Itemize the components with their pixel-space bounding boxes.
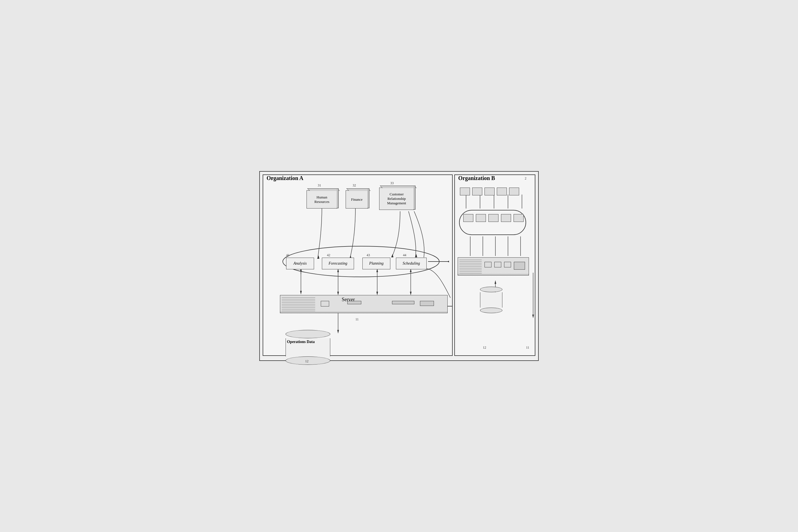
- org-b-cylinder: [480, 287, 502, 313]
- ref-12-b: 12: [483, 345, 486, 350]
- org-b-server-stripe: [459, 259, 482, 273]
- org-b-cylinder-top: [480, 287, 502, 292]
- ref-12-a: 12: [305, 359, 308, 363]
- scheduling-label: Scheduling: [403, 261, 420, 266]
- ref-32: 32: [352, 183, 356, 188]
- org-b-server-ind3: [504, 262, 511, 267]
- svg-marker-4: [391, 254, 394, 257]
- human-resources-label: HumanResources: [314, 195, 329, 204]
- org-b-cylinder-body: [480, 292, 502, 308]
- ref-41: 41: [286, 253, 289, 257]
- svg-marker-2: [317, 255, 319, 259]
- org-b-server: [458, 257, 529, 276]
- org-b-cluster-2: [476, 214, 486, 222]
- svg-marker-6: [447, 261, 449, 262]
- org-b-cylinder-bottom: [480, 308, 502, 313]
- server-hatch: [280, 311, 447, 313]
- org-b-terminal-2: [472, 188, 482, 195]
- ops-data-label: Operations Data: [287, 340, 315, 344]
- crm-box: CustomerRelationshipManagement: [379, 188, 414, 210]
- svg-marker-40: [532, 315, 534, 318]
- org-b-cluster-3: [488, 214, 498, 222]
- ref-31: 31: [318, 183, 321, 188]
- org-b-terminal-5: [509, 188, 519, 195]
- ref-42: 42: [327, 253, 330, 257]
- org-b-ring: [459, 210, 526, 235]
- org-b-title: Organization B: [455, 173, 498, 183]
- svg-marker-5: [415, 254, 417, 257]
- org-b-server-hatch: [458, 274, 529, 275]
- planning-box: Planning: [362, 258, 390, 269]
- org-b-terminal-1: [460, 188, 470, 195]
- org-b-terminal-4: [497, 188, 507, 195]
- org-b-cluster-5: [513, 214, 524, 222]
- human-resources-box: HumanResources: [307, 190, 337, 209]
- finance-box: Finance: [346, 190, 368, 209]
- server-indicator1: [321, 301, 329, 306]
- diagram-container: Organization A 1: [259, 171, 539, 361]
- server-indicator4: [420, 301, 434, 306]
- forecasting-label: Forecasting: [329, 261, 347, 266]
- ref-33: 33: [390, 181, 394, 185]
- server-indicator3: [392, 301, 414, 304]
- org-b-terminal-3: [485, 188, 494, 195]
- analysis-label: Analysis: [293, 261, 307, 266]
- analysis-box: Analysis: [286, 258, 314, 269]
- org-b-server-ind2: [494, 262, 501, 267]
- svg-marker-9: [300, 291, 302, 294]
- org-a-title: Organization A: [263, 173, 307, 183]
- org-a-box: Organization A 1: [262, 174, 453, 356]
- ref-1: 1: [272, 176, 273, 180]
- org-b-server-ind4: [514, 262, 525, 270]
- svg-marker-21: [337, 330, 339, 334]
- ref-11-b: 11: [526, 345, 529, 350]
- server-stripe: [282, 297, 315, 311]
- ref-11-a: 11: [356, 317, 359, 322]
- planning-label: Planning: [369, 261, 383, 266]
- org-b-cluster-1: [463, 214, 473, 222]
- ref-44: 44: [403, 253, 406, 257]
- forecasting-box: Forecasting: [322, 258, 354, 269]
- ref-43: 43: [367, 253, 370, 257]
- org-b-box: Organization B 2: [454, 174, 536, 356]
- scheduling-box: Scheduling: [396, 258, 427, 269]
- server-box: Server: [280, 295, 448, 313]
- finance-label: Finance: [351, 197, 362, 202]
- org-b-server-ind1: [485, 262, 491, 267]
- svg-marker-38: [494, 280, 496, 284]
- ref-2: 2: [525, 176, 526, 180]
- server-label: Server: [342, 297, 355, 303]
- crm-label: CustomerRelationshipManagement: [387, 192, 406, 205]
- org-b-cluster-4: [501, 214, 511, 222]
- cylinder-top: [286, 330, 330, 338]
